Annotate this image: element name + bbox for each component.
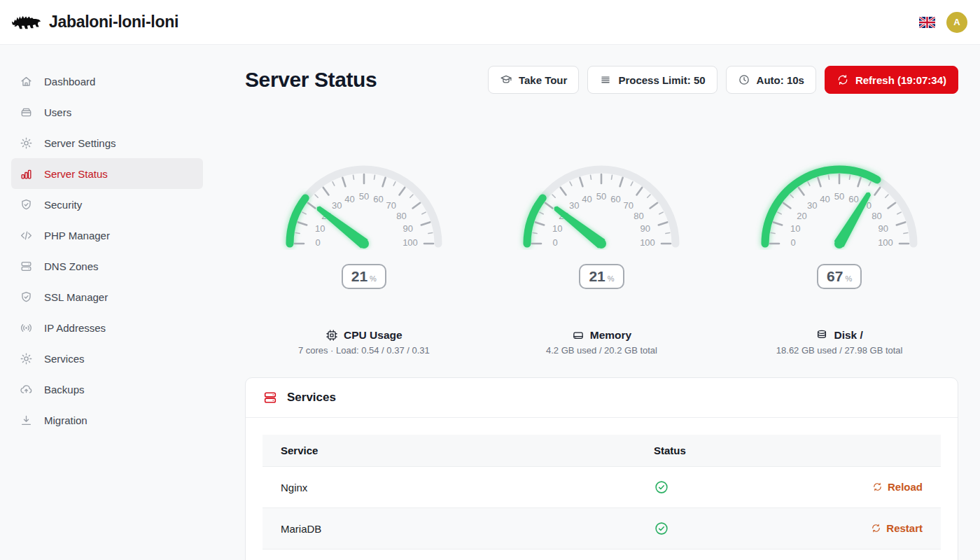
svg-text:100: 100: [640, 237, 656, 248]
gear-icon: [20, 352, 33, 365]
sidebar-item-label: Server Settings: [44, 137, 116, 149]
shield-check-icon: [20, 198, 33, 211]
gauge-cpu: 010203040506070809010021%CPU Usage7 core…: [245, 158, 483, 356]
service-status: [636, 467, 825, 508]
service-row: [262, 550, 941, 560]
gauge-unit: %: [608, 274, 615, 283]
svg-text:10: 10: [790, 223, 800, 234]
gauge-value-box: 21%: [579, 264, 624, 289]
sidebar-item-label: IP Addresses: [44, 322, 106, 334]
svg-text:30: 30: [332, 200, 342, 211]
process-limit-button[interactable]: Process Limit: 50: [587, 66, 717, 94]
app-header: Jabaloni-loni-loni A: [0, 0, 980, 45]
services-table: Service Status NginxReloadMariaDBRestart: [262, 435, 941, 560]
auto-refresh-button[interactable]: Auto: 10s: [726, 66, 816, 94]
status-ok-icon: [654, 521, 669, 536]
page-title: Server Status: [245, 68, 377, 92]
gauge-chart: 0102030405060708090100: [755, 158, 923, 250]
status-ok-icon: [654, 479, 669, 495]
service-name: [262, 550, 636, 560]
database-icon: [816, 329, 828, 342]
svg-text:0: 0: [791, 237, 796, 248]
gauge-title: Memory: [590, 329, 631, 342]
sidebar-item-ssl-manager[interactable]: SSL Manager: [0, 281, 203, 312]
svg-text:80: 80: [396, 211, 406, 221]
service-action-reload[interactable]: Reload: [872, 481, 923, 493]
sidebar-item-ip-addresses[interactable]: IP Addresses: [0, 312, 203, 343]
svg-text:40: 40: [582, 194, 592, 204]
gauges-row: 010203040506070809010021%CPU Usage7 core…: [245, 158, 958, 356]
gauge-sublabel: 18.62 GB used / 27.98 GB total: [776, 345, 903, 356]
brand-title: Jabaloni-loni-loni: [49, 13, 178, 31]
svg-text:50: 50: [359, 191, 369, 202]
svg-text:0: 0: [315, 237, 320, 248]
sidebar-item-backups[interactable]: Backups: [0, 374, 203, 405]
svg-text:80: 80: [872, 211, 881, 221]
service-action-restart[interactable]: Restart: [871, 522, 923, 534]
sidebar-item-server-settings[interactable]: Server Settings: [0, 127, 203, 158]
gear-icon: [20, 136, 33, 150]
gauge-title: Disk /: [834, 329, 862, 342]
svg-text:90: 90: [640, 223, 650, 234]
service-row-mariadb: MariaDBRestart: [262, 508, 941, 550]
svg-text:80: 80: [634, 211, 644, 221]
services-server-icon: [262, 390, 278, 405]
svg-text:20: 20: [797, 211, 807, 221]
sidebar-item-dashboard[interactable]: Dashboard: [0, 66, 203, 97]
sidebar-item-label: Server Status: [44, 168, 108, 180]
refresh-button[interactable]: Refresh (19:07:34): [825, 66, 958, 94]
sidebar-item-server-status[interactable]: Server Status: [11, 158, 203, 189]
gauge-title: CPU Usage: [344, 329, 402, 342]
bar-chart-icon: [20, 167, 33, 181]
toolbar: Take TourProcess Limit: 50Auto: 10sRefre…: [488, 66, 958, 94]
svg-text:50: 50: [834, 191, 844, 202]
sidebar-item-label: DNS Zones: [44, 260, 99, 272]
service-status: [636, 508, 825, 550]
gauge-chart: 0102030405060708090100: [280, 158, 448, 250]
gauge-value: 21: [351, 268, 368, 285]
svg-text:90: 90: [878, 223, 888, 234]
sidebar-item-label: Dashboard: [44, 76, 95, 88]
gauge-sublabel: 4.2 GB used / 20.2 GB total: [546, 345, 657, 356]
svg-text:60: 60: [848, 194, 858, 204]
sidebar-item-dns-zones[interactable]: DNS Zones: [0, 251, 203, 281]
sidebar-item-label: SSL Manager: [44, 291, 108, 303]
button-label: Take Tour: [519, 74, 567, 86]
sidebar-item-services[interactable]: Services: [0, 343, 203, 374]
svg-text:0: 0: [553, 237, 558, 248]
avatar[interactable]: A: [946, 12, 967, 33]
svg-text:90: 90: [402, 223, 412, 234]
svg-text:40: 40: [820, 194, 830, 204]
services-title: Services: [287, 391, 336, 405]
sidebar-item-users[interactable]: Users: [0, 97, 203, 127]
gauge-value-box: 21%: [342, 264, 386, 289]
brand[interactable]: Jabaloni-loni-loni: [11, 11, 178, 33]
svg-text:60: 60: [373, 194, 383, 204]
gauge-unit: %: [845, 274, 852, 283]
svg-text:60: 60: [611, 194, 621, 204]
hdd-icon: [572, 329, 584, 342]
sidebar-item-migration[interactable]: Migration: [0, 405, 203, 435]
gauge-value: 67: [827, 268, 843, 285]
button-label: Auto: 10s: [757, 74, 804, 86]
sidebar-item-php-manager[interactable]: PHP Manager: [0, 220, 203, 251]
sidebar-item-label: Services: [44, 353, 85, 365]
broadcast-icon: [20, 321, 33, 335]
gauge-value: 21: [589, 268, 605, 285]
refresh-icon: [872, 482, 883, 492]
gauge-disk: 010203040506070809010067%Disk /18.62 GB …: [720, 158, 958, 356]
svg-text:100: 100: [402, 237, 418, 248]
svg-text:30: 30: [807, 200, 817, 211]
sidebar-item-label: Migration: [44, 414, 88, 426]
svg-text:70: 70: [624, 200, 634, 211]
svg-text:50: 50: [596, 191, 606, 202]
take-tour-button[interactable]: Take Tour: [488, 66, 579, 94]
home-icon: [20, 75, 33, 88]
gauge-sublabel: 7 cores · Load: 0.54 / 0.37 / 0.31: [298, 345, 430, 356]
language-flag-icon[interactable]: [919, 17, 935, 28]
boar-logo-icon: [11, 11, 42, 33]
download-icon: [20, 414, 33, 427]
gauge-chart: 0102030405060708090100: [517, 158, 685, 250]
sidebar-item-security[interactable]: Security: [0, 189, 203, 220]
sidebar-item-label: Users: [44, 106, 71, 118]
